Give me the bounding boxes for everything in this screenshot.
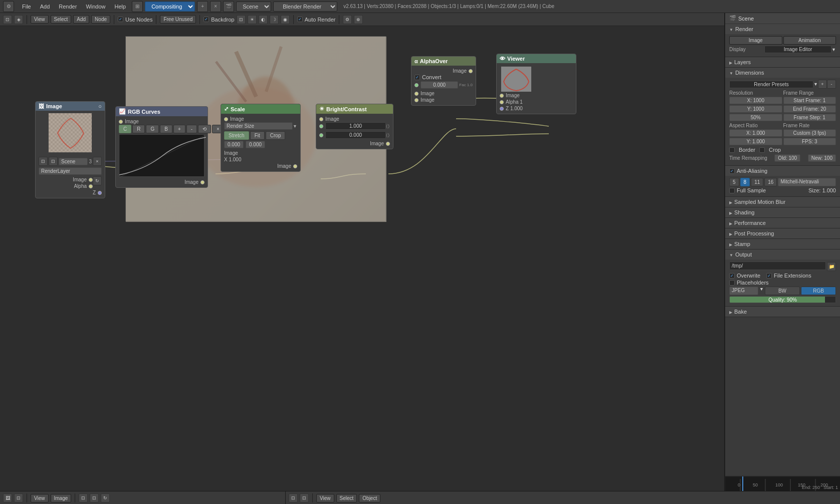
fit-btn[interactable]: Fit [250, 131, 265, 140]
render-view-type[interactable]: ⊡ [14, 493, 23, 502]
scene-field[interactable]: Scene [59, 158, 88, 165]
display-value[interactable]: Image Editor [764, 46, 831, 53]
rgb-btn[interactable]: RGB [801, 287, 836, 295]
render-section-header[interactable]: Render [725, 24, 840, 34]
fac-field[interactable]: 0.000 [421, 81, 458, 89]
curve-b-btn[interactable]: B [160, 125, 172, 133]
backdrop-settings-icon[interactable]: ⊡ [237, 15, 246, 24]
aa-5-btn[interactable]: 5 [729, 178, 739, 186]
viewer-node[interactable]: 👁 Viewer Image [496, 54, 576, 114]
fps-field[interactable]: Custom (3 fps) [783, 129, 836, 137]
viewport-type[interactable]: ⊡ [300, 493, 309, 502]
output-header[interactable]: Output [725, 249, 840, 260]
viewport-object-btn[interactable]: Object [359, 494, 380, 502]
curve-g-btn[interactable]: G [146, 125, 159, 133]
convert-cb[interactable] [414, 75, 420, 80]
add-menu-btn[interactable]: Add [73, 15, 89, 24]
backdrop-checkbox[interactable] [203, 17, 209, 22]
curve-r-btn[interactable]: R [132, 125, 145, 133]
output-path-input[interactable] [729, 262, 826, 270]
view-settings-4[interactable]: ◉ [281, 15, 290, 24]
workspace-selector[interactable]: Compositing [145, 2, 195, 12]
frame-end-field[interactable]: End Frame: 20 [783, 105, 836, 113]
aa-16-btn[interactable]: 16 [764, 178, 777, 186]
post-processing-header[interactable]: Post Processing [725, 228, 840, 238]
auto-render-checkbox[interactable] [297, 17, 303, 22]
use-nodes-checkbox[interactable] [118, 17, 123, 22]
menu-window[interactable]: Window [82, 3, 109, 11]
format-select[interactable]: JPEG [729, 287, 758, 295]
overwrite-cb[interactable] [729, 273, 735, 279]
border-cb[interactable] [729, 147, 735, 153]
stretch-btn[interactable]: Stretch [224, 131, 249, 140]
menu-add[interactable]: Add [36, 3, 54, 11]
menu-file[interactable]: File [18, 3, 35, 11]
x-offset-field[interactable]: 0.000 [224, 141, 244, 148]
aa-11-btn[interactable]: 11 [751, 178, 763, 186]
scene-close-btn[interactable]: × [93, 157, 102, 166]
view-settings-2[interactable]: ◐ [259, 15, 268, 24]
file-ext-cb[interactable] [766, 273, 772, 279]
time-remap-old[interactable]: Old: 100 [774, 154, 800, 162]
image-node[interactable]: 🖼 Image ○ ⊡ ⊡ Scene [35, 101, 105, 198]
res-y-field[interactable]: Y: 1000 [729, 105, 782, 113]
curve-remove-btn[interactable]: - [186, 125, 197, 133]
scene-icon[interactable]: 🎬 [223, 1, 234, 12]
viewport-view-btn[interactable]: View [316, 494, 334, 502]
bake-header[interactable]: Bake [725, 307, 840, 317]
bright-field[interactable]: 1.000 [325, 122, 386, 130]
crop-btn[interactable]: Crop [266, 131, 286, 140]
render-layer-field[interactable]: RenderLayer [39, 167, 102, 175]
view-settings-1[interactable]: ☀ [248, 15, 257, 24]
aa-8-btn[interactable]: 8 [740, 178, 750, 186]
res-percent[interactable]: 50% [729, 114, 782, 121]
menu-help[interactable]: Help [111, 3, 130, 11]
render-size-select[interactable]: Render Size [224, 122, 293, 130]
view-menu-btn[interactable]: View [31, 15, 49, 24]
frame-start-field[interactable]: Start Frame: 1 [783, 97, 836, 104]
frame-step-field[interactable]: Frame Step: 1 [783, 114, 836, 121]
free-unused-btn[interactable]: Free Unused [160, 15, 196, 24]
aspect-x-field[interactable]: X: 1.000 [729, 129, 782, 137]
motion-blur-header[interactable]: Sampled Motion Blur [725, 197, 840, 207]
viewport-icon[interactable]: ⊡ [289, 493, 298, 502]
aa-checkbox[interactable] [729, 168, 735, 174]
output-browse-btn[interactable]: 📁 [827, 262, 836, 271]
stamp-header[interactable]: Stamp [725, 239, 840, 249]
dimensions-header[interactable]: Dimensions [725, 68, 840, 78]
image-menu[interactable]: Image [51, 494, 72, 502]
view-menu[interactable]: View [31, 494, 49, 502]
shading-header[interactable]: Shading [725, 207, 840, 217]
placeholders-cb[interactable] [729, 280, 735, 286]
performance-header[interactable]: Performance [725, 218, 840, 228]
compositor-icon[interactable]: ◈ [14, 15, 23, 24]
screen-close-icon[interactable]: × [210, 1, 221, 12]
render-layer-refresh[interactable]: ↻ [93, 176, 102, 185]
node-menu-btn[interactable]: Node [91, 15, 110, 24]
render-settings-icon[interactable]: ⚙ [343, 15, 352, 24]
bw-btn[interactable]: BW [765, 287, 800, 295]
aspect-y-field[interactable]: Y: 1.000 [729, 138, 782, 145]
fps-value-field[interactable]: FPS: 3 [783, 138, 836, 145]
screen-layout-icon[interactable]: ⊞ [132, 1, 143, 12]
render-presets-field[interactable]: Render Presets [729, 81, 813, 88]
quality-slider[interactable]: Quality: 90% [729, 296, 836, 303]
viewport-select-btn[interactable]: Select [336, 494, 357, 502]
render-display-mode[interactable]: ⊡ [79, 493, 88, 502]
crop-cb[interactable] [759, 147, 765, 153]
rgb-curves-node[interactable]: 📈 RGB Curves Image C R G B + - [115, 106, 208, 188]
layers-header[interactable]: Layers [725, 57, 840, 67]
snapping-icon[interactable]: ⊕ [354, 15, 363, 24]
image-type-icon[interactable]: ⊡ [39, 157, 48, 166]
full-sample-cb[interactable] [729, 188, 735, 193]
aa-filter-field[interactable]: Mitchell-Netravali [778, 178, 836, 186]
view-icon[interactable]: ⊡ [3, 15, 12, 24]
time-remap-new[interactable]: New: 100 [808, 154, 836, 162]
image-btn[interactable]: Image [729, 36, 782, 45]
view-settings-3[interactable]: ☽ [270, 15, 279, 24]
engine-selector[interactable]: Blender Render [273, 2, 337, 12]
render-view-icon[interactable]: 🖼 [3, 493, 12, 502]
render-color-mode[interactable]: ⊡ [90, 493, 99, 502]
node-canvas[interactable]: 🖼 Image ○ ⊡ ⊡ Scene [0, 26, 724, 491]
res-x-field[interactable]: X: 1000 [729, 97, 782, 104]
